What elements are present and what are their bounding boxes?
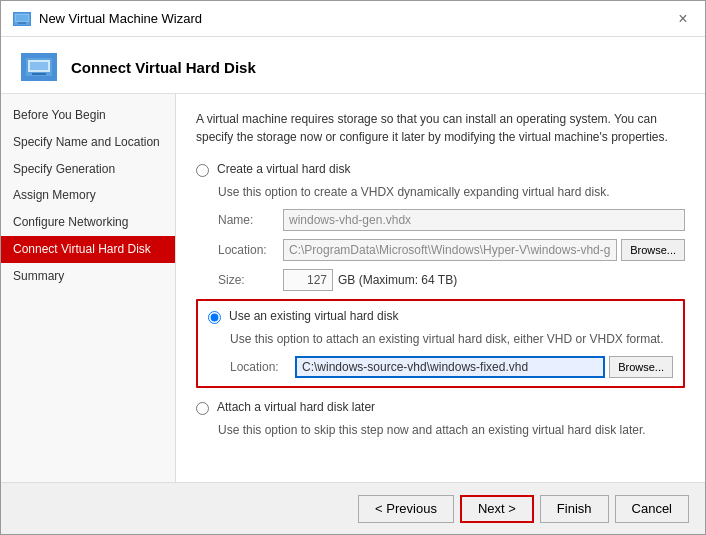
wizard-window: New Virtual Machine Wizard × Connect Vir… [0,0,706,535]
attach-later-radio-option: Attach a virtual hard disk later [196,400,685,415]
window-title: New Virtual Machine Wizard [39,11,202,26]
location-browse-button[interactable]: Browse... [621,239,685,261]
existing-location-row: Location: Browse... [230,356,673,378]
page-title: Connect Virtual Hard Disk [71,59,256,76]
attach-later-radio-label[interactable]: Attach a virtual hard disk later [217,400,375,414]
create-radio-input[interactable] [196,164,209,177]
name-field-row: Name: [218,209,685,231]
sidebar-item-summary[interactable]: Summary [1,263,175,290]
cancel-button[interactable]: Cancel [615,495,689,523]
previous-button[interactable]: < Previous [358,495,454,523]
size-row: Size: GB (Maximum: 64 TB) [218,269,685,291]
next-button[interactable]: Next > [460,495,534,523]
svg-rect-7 [32,73,46,75]
name-label: Name: [218,213,283,227]
sidebar-item-configure-networking[interactable]: Configure Networking [1,209,175,236]
main-content: A virtual machine requires storage so th… [176,94,705,482]
size-suffix: GB (Maximum: 64 TB) [338,273,457,287]
sidebar-item-assign-memory[interactable]: Assign Memory [1,182,175,209]
create-section: Create a virtual hard disk Use this opti… [196,162,685,291]
existing-section: Use an existing virtual hard disk Use th… [196,299,685,388]
existing-radio-option: Use an existing virtual hard disk [208,309,673,324]
sidebar-item-specify-name[interactable]: Specify Name and Location [1,129,175,156]
existing-radio-label[interactable]: Use an existing virtual hard disk [229,309,398,323]
create-radio-option: Create a virtual hard disk [196,162,685,177]
page-header: Connect Virtual Hard Disk [1,37,705,94]
attach-later-sub-text: Use this option to skip this step now an… [218,423,685,437]
existing-browse-button[interactable]: Browse... [609,356,673,378]
sidebar-item-specify-generation[interactable]: Specify Generation [1,156,175,183]
name-input[interactable] [283,209,685,231]
attach-later-radio-input[interactable] [196,402,209,415]
existing-sub-text: Use this option to attach an existing vi… [230,332,673,346]
page-icon [21,53,57,81]
title-bar-left: New Virtual Machine Wizard [13,11,202,26]
location-label: Location: [218,243,283,257]
size-input[interactable] [283,269,333,291]
svg-rect-6 [30,62,48,70]
existing-location-input[interactable] [295,356,605,378]
title-bar: New Virtual Machine Wizard × [1,1,705,37]
create-radio-label[interactable]: Create a virtual hard disk [217,162,350,176]
sidebar-item-connect-vhd[interactable]: Connect Virtual Hard Disk [1,236,175,263]
create-sub-text: Use this option to create a VHDX dynamic… [218,185,685,199]
svg-rect-3 [18,22,26,24]
attach-later-section: Attach a virtual hard disk later Use thi… [196,400,685,437]
existing-location-label: Location: [230,360,295,374]
close-button[interactable]: × [673,9,693,29]
content-area: Before You BeginSpecify Name and Locatio… [1,94,705,482]
location-input[interactable] [283,239,617,261]
footer: < Previous Next > Finish Cancel [1,482,705,534]
location-field-row: Location: Browse... [218,239,685,261]
svg-rect-2 [16,15,28,21]
sidebar-item-before-you-begin[interactable]: Before You Begin [1,102,175,129]
window-icon [13,12,31,26]
finish-button[interactable]: Finish [540,495,609,523]
size-label: Size: [218,273,283,287]
sidebar: Before You BeginSpecify Name and Locatio… [1,94,176,482]
existing-radio-input[interactable] [208,311,221,324]
description-text: A virtual machine requires storage so th… [196,110,685,146]
